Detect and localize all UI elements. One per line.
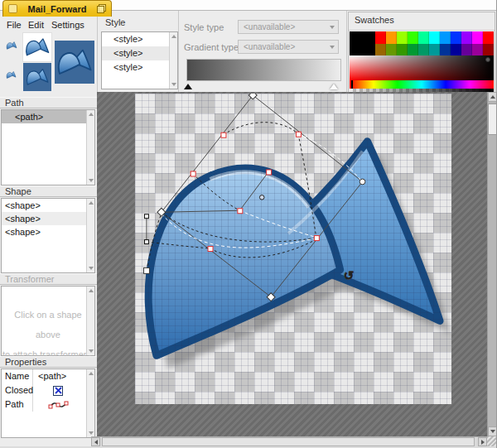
shape-list-item[interactable]: <shape>: [2, 199, 94, 212]
menu-edit[interactable]: Edit: [28, 20, 44, 30]
scroll-down-icon[interactable]: [171, 83, 176, 86]
vertical-scroll-thumb[interactable]: [488, 104, 497, 135]
swatch-cell[interactable]: [408, 44, 418, 56]
scroll-left-button[interactable]: [91, 437, 100, 446]
document-tab[interactable]: Mail_Forward: [2, 0, 112, 17]
swatch-cell[interactable]: [408, 31, 418, 44]
scroll-up-icon[interactable]: [89, 201, 94, 205]
style-list-item[interactable]: <style>: [102, 32, 177, 46]
application-window: Mail_Forward File Edit Settings Style <s…: [0, 0, 497, 448]
swatch-cell[interactable]: [418, 31, 429, 44]
swatch-cell[interactable]: [483, 44, 494, 56]
style-list-item-selected[interactable]: <style>: [102, 46, 177, 60]
tab-title: Mail_Forward: [22, 4, 92, 14]
scroll-down-icon[interactable]: [89, 349, 94, 353]
gradient-preview-bar[interactable]: [186, 59, 341, 81]
transformer-placeholder-line1: Click on a shape above: [2, 305, 94, 344]
icon-preview-32-dark: [23, 63, 51, 91]
gradient-type-combobox[interactable]: <unavailable>: [238, 40, 339, 54]
saturation-value-picker[interactable]: [350, 55, 494, 80]
rotate-cursor-icon: ↺: [344, 268, 355, 282]
bezier-guides-light: [162, 134, 361, 248]
divider: [97, 11, 98, 92]
swatch-cell[interactable]: [440, 44, 451, 56]
vertical-scrollbar[interactable]: [487, 92, 497, 436]
style-list-item[interactable]: <style>: [102, 60, 177, 75]
scroll-down-icon[interactable]: [89, 267, 94, 270]
property-value[interactable]: <path>: [33, 369, 94, 383]
properties-scrollbar[interactable]: [86, 369, 94, 437]
icon-preview-64-dark: [55, 41, 94, 84]
picker-marker-icon[interactable]: [485, 57, 490, 62]
top-panel: File Edit Settings Style <style> <style>…: [0, 11, 497, 92]
scroll-down-icon[interactable]: [89, 431, 94, 435]
scroll-right-button[interactable]: [478, 437, 487, 446]
gradient-type-value: <unavailable>: [244, 42, 295, 51]
swatch-cell[interactable]: [451, 31, 461, 44]
properties-table: Name <path> Closed Path: [1, 369, 95, 438]
horizontal-scrollbar[interactable]: [91, 436, 487, 446]
swatch-cell[interactable]: [472, 31, 483, 44]
icon-preview-16: [6, 40, 17, 51]
swatch-cell[interactable]: [472, 44, 483, 56]
transformer-panel-header: Transformer: [0, 273, 97, 285]
closed-checkbox[interactable]: [53, 386, 63, 396]
shape-list-item[interactable]: <shape>: [2, 225, 94, 238]
style-type-value: <unavailable>: [244, 22, 295, 31]
scroll-up-icon[interactable]: [89, 372, 94, 375]
hue-marker-icon[interactable]: [351, 80, 353, 89]
anchor-handles-white[interactable]: [143, 94, 364, 301]
shape-list-item[interactable]: <shape>: [2, 212, 94, 225]
gradient-stop-right[interactable]: [330, 84, 338, 89]
style-list-scrollbar[interactable]: [169, 32, 177, 89]
scroll-down-icon[interactable]: [89, 179, 94, 182]
swatch-cell[interactable]: [483, 31, 494, 44]
swatch-cell[interactable]: [461, 31, 472, 44]
gradient-stop-left[interactable]: [184, 84, 192, 89]
scroll-up-icon[interactable]: [89, 289, 94, 292]
swatch-cell[interactable]: [375, 44, 386, 56]
swatch-cell[interactable]: [429, 31, 440, 44]
path-list: <path>: [1, 109, 95, 185]
canvas-viewport[interactable]: ↺: [97, 92, 487, 436]
swatches-panel: Swatches: [348, 12, 495, 97]
scroll-up-button[interactable]: [488, 92, 497, 102]
swatch-cell[interactable]: [397, 31, 408, 44]
swatches-header: Swatches: [349, 12, 495, 31]
swatch-cell[interactable]: [386, 44, 397, 56]
resize-grip[interactable]: [487, 436, 497, 446]
transformer-panel: Click on a shape above to attach transfo…: [1, 286, 95, 356]
swatch-cell[interactable]: [375, 31, 386, 44]
swatch-cell[interactable]: [461, 44, 472, 56]
horizontal-scroll-thumb[interactable]: [102, 437, 475, 446]
property-label: Name: [2, 369, 33, 383]
swatch-cell[interactable]: [429, 44, 440, 56]
chevron-down-icon: [330, 46, 335, 49]
style-type-combobox[interactable]: <unavailable>: [238, 20, 339, 34]
anchor-handles-black[interactable]: [144, 195, 264, 244]
image-area[interactable]: ↺: [135, 94, 451, 404]
scroll-up-icon[interactable]: [171, 35, 176, 38]
chevron-down-icon: [330, 26, 335, 29]
shape-list: <shape> <shape> <shape>: [1, 198, 95, 273]
scroll-up-icon[interactable]: [89, 113, 94, 116]
menu-settings[interactable]: Settings: [51, 20, 84, 30]
transformer-scrollbar[interactable]: [86, 287, 94, 355]
scroll-down-button[interactable]: [488, 426, 497, 436]
path-list-scrollbar[interactable]: [86, 110, 94, 185]
hue-slider[interactable]: [350, 80, 494, 89]
swatch-cell[interactable]: [397, 44, 408, 56]
swatch-cell[interactable]: [418, 44, 429, 56]
tab-restore-icon[interactable]: [97, 4, 106, 13]
path-curve-icon: [48, 400, 70, 410]
shape-list-scrollbar[interactable]: [86, 199, 94, 272]
path-list-item-selected[interactable]: <path>: [2, 110, 94, 123]
swatch-cell[interactable]: [386, 31, 397, 44]
divider: [178, 11, 179, 92]
property-row-closed: Closed: [2, 383, 94, 397]
swatch-cell[interactable]: [451, 44, 461, 56]
swatch-cell[interactable]: [440, 31, 451, 44]
selection-frame[interactable]: [147, 95, 363, 297]
menu-file[interactable]: File: [7, 20, 22, 30]
swatch-black[interactable]: [350, 31, 375, 55]
